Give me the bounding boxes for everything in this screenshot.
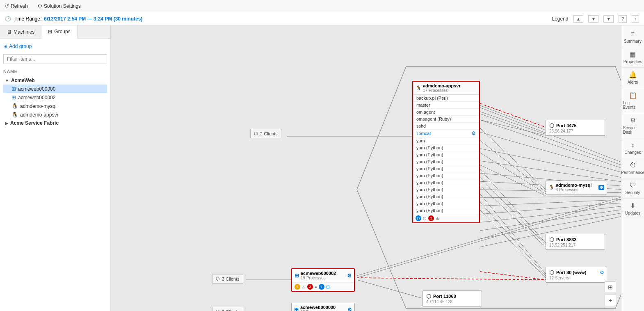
performance-icon: ⏱ bbox=[630, 162, 636, 169]
admdemo-mysql-node[interactable]: 🐧 admdemo-mysql 4 Processes ⚙ bbox=[546, 181, 607, 194]
refresh-icon: ↺ bbox=[5, 3, 9, 9]
monitor-icon: 🖥 bbox=[7, 29, 11, 35]
process-item: yum (Python) bbox=[413, 144, 479, 151]
refresh-button[interactable]: ↺ Refresh bbox=[3, 2, 30, 10]
port-4475[interactable]: ⬡ Port 4475 23.96.24.177 bbox=[546, 120, 605, 136]
svg-line-24 bbox=[480, 153, 546, 194]
tree-item-admdemo-appsvr[interactable]: 🐧 admdemo-appsvr bbox=[3, 110, 107, 119]
expand-down-button[interactable]: ▼ bbox=[588, 15, 598, 23]
panel-security[interactable]: 🛡 Security bbox=[621, 178, 644, 199]
help-button[interactable]: ? bbox=[619, 15, 627, 23]
zoom-in-button[interactable]: + bbox=[605, 295, 616, 306]
node-subtitle: 4 Processes bbox=[556, 188, 591, 192]
badge-blue: 1 bbox=[319, 284, 324, 290]
tree-item-label: acmeweb000000 bbox=[18, 86, 55, 92]
acmeweb000002-node[interactable]: ⊞ acmeweb000002 19 Processes ⚙ 5 ⚠ 3 ● 1… bbox=[291, 268, 355, 292]
service-desk-icon: ⚙ bbox=[630, 117, 636, 124]
svg-line-19 bbox=[480, 112, 546, 134]
svg-line-12 bbox=[480, 198, 621, 206]
panel-log-events[interactable]: 📋 Log Events bbox=[621, 88, 644, 113]
tree-item-label: admdemo-appsvr bbox=[20, 112, 58, 118]
filter-button[interactable]: ▼ bbox=[603, 15, 614, 23]
port-label: Port 8833 bbox=[556, 237, 577, 242]
node-header: 🐧 admdemo-mysql 4 Processes ⚙ bbox=[546, 181, 607, 194]
process-item: yum (Python) bbox=[413, 186, 479, 193]
groups-icon: ⊞ bbox=[48, 29, 52, 34]
process-item: sshd bbox=[413, 123, 479, 130]
node-subtitle: 17 Processes bbox=[423, 88, 461, 93]
panel-updates[interactable]: ⬇ Updates bbox=[621, 199, 644, 219]
windows-icon: ⊞ bbox=[11, 86, 16, 92]
expand-up-button[interactable]: ▲ bbox=[573, 15, 584, 23]
client-3a[interactable]: ⬡ 3 Clients bbox=[212, 274, 243, 284]
svg-line-22 bbox=[480, 128, 546, 190]
svg-line-38 bbox=[357, 188, 621, 278]
svg-line-6 bbox=[480, 149, 621, 185]
tree-item-acmeweb000002[interactable]: ⊞ acmeweb000002 bbox=[3, 93, 107, 102]
fit-view-button[interactable]: ⊞ bbox=[605, 281, 616, 293]
port-label: Port 4475 bbox=[556, 123, 577, 128]
tab-groups[interactable]: ⊞ Groups bbox=[41, 25, 77, 39]
svg-line-37 bbox=[357, 185, 621, 276]
map-area[interactable]: ⬡ 2 Clients 🐧 admdemo-appsvr 17 Processe… bbox=[111, 25, 621, 311]
tab-machines[interactable]: 🖥 Machines bbox=[0, 25, 41, 38]
process-item: omiagent bbox=[413, 109, 479, 116]
panel-changes[interactable]: ↕ Changes bbox=[621, 138, 644, 158]
right-panel: ≡ Summary ▦ Properties 🔔 Alerts 📋 Log Ev… bbox=[621, 25, 644, 311]
port-icon: ⬡ bbox=[549, 236, 554, 243]
tree-item-admdemo-mysql[interactable]: 🐧 admdemo-mysql bbox=[3, 102, 107, 110]
client-3b[interactable]: ⬡ 3 Clients bbox=[212, 307, 243, 311]
acmeweb000000-node[interactable]: ⊞ acmeweb000000 17 Processes ⚙ bbox=[291, 303, 355, 311]
time-range-value: 6/13/2017 2:54 PM — 3:24 PM (30 minutes) bbox=[44, 16, 142, 22]
node-footer: 17 ⬡ 3 ⚠ bbox=[413, 214, 479, 222]
port-8833[interactable]: ⬡ Port 8833 13.92.251.217 bbox=[546, 234, 605, 250]
column-header: NAME bbox=[3, 68, 107, 75]
svg-line-18 bbox=[480, 105, 546, 130]
connections-svg bbox=[111, 25, 621, 311]
svg-line-25 bbox=[480, 165, 546, 196]
panel-properties[interactable]: ▦ Properties bbox=[621, 47, 644, 68]
solution-settings-button[interactable]: ⚙ Solution Settings bbox=[36, 2, 82, 10]
add-group-button[interactable]: ⊞ Add group bbox=[3, 42, 32, 51]
badge-icon: ⬡ bbox=[423, 216, 427, 221]
port-icon: ⬡ bbox=[549, 269, 554, 276]
panel-service-desk[interactable]: ⚙ Service Desk bbox=[621, 113, 644, 138]
process-item: yum (Python) bbox=[413, 179, 479, 186]
port-sub: 12 Servers bbox=[549, 276, 603, 280]
node-header: ⊞ acmeweb000002 19 Processes ⚙ bbox=[292, 269, 354, 282]
port-label: Port 11068 bbox=[433, 294, 456, 299]
svg-line-14 bbox=[480, 202, 621, 222]
panel-performance[interactable]: ⏱ Performance bbox=[621, 158, 644, 178]
sidebar: 🖥 Machines ⊞ Groups ⊞ Add group NAME ▼ A… bbox=[0, 25, 111, 311]
svg-line-31 bbox=[480, 210, 546, 278]
client-label: 3 Clients bbox=[222, 277, 240, 281]
time-range-label: Time Range: bbox=[14, 16, 41, 22]
refresh-label: Refresh bbox=[11, 3, 28, 9]
clients-icon: ⬡ bbox=[254, 131, 258, 136]
gear-icon: ⚙ bbox=[38, 3, 42, 9]
badge-yellow: 5 bbox=[295, 284, 300, 290]
svg-line-34 bbox=[357, 280, 422, 298]
tree-item-acme-service-fabric[interactable]: ▶ Acme Service Fabric bbox=[3, 119, 107, 127]
appsvr-node[interactable]: 🐧 admdemo-appsvr 17 Processes backup.pl … bbox=[412, 81, 480, 223]
sep: ⚠ bbox=[302, 285, 306, 289]
tree-item-acmeweb000000[interactable]: ⊞ acmeweb000000 bbox=[3, 85, 107, 93]
node-title: acmeweb000002 bbox=[301, 271, 345, 276]
panel-summary[interactable]: ≡ Summary bbox=[621, 27, 644, 47]
svg-line-20 bbox=[480, 120, 546, 135]
panel-alerts[interactable]: 🔔 Alerts bbox=[621, 68, 644, 88]
svg-line-13 bbox=[480, 200, 621, 214]
tree-item-acmeweb[interactable]: ▼ AcmeWeb bbox=[3, 76, 107, 85]
svg-line-2 bbox=[480, 107, 621, 177]
tree-item-label: admdemo-mysql bbox=[20, 103, 57, 109]
client-2[interactable]: ⬡ 2 Clients bbox=[250, 129, 281, 138]
svg-line-15 bbox=[480, 204, 621, 231]
solution-settings-label: Solution Settings bbox=[44, 3, 81, 9]
port-ip: 40.114.46.128 bbox=[426, 300, 478, 304]
filter-input[interactable] bbox=[3, 54, 107, 64]
port-80[interactable]: ⬡ Port 80 (www) 12 Servers ⚙ bbox=[546, 267, 607, 283]
collapse-button[interactable]: ‹ bbox=[632, 15, 639, 23]
port-11068[interactable]: ⬡ Port 11068 40.114.46.128 bbox=[422, 290, 482, 306]
badge-red: 3 bbox=[307, 284, 313, 290]
legend-label: Legend bbox=[552, 16, 568, 22]
